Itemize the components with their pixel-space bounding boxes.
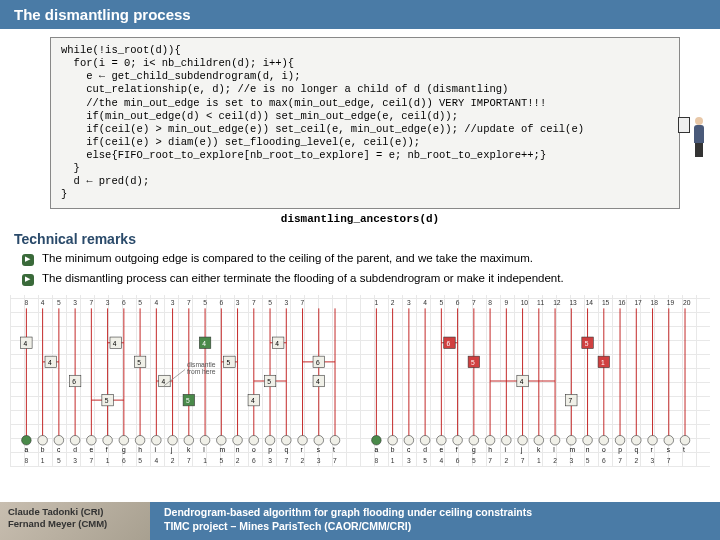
svg-text:14: 14 [586,298,594,305]
svg-point-96 [184,435,194,445]
svg-text:s: s [317,445,321,452]
svg-text:h: h [488,445,492,452]
svg-point-230 [680,435,690,445]
svg-point-200 [437,435,447,445]
svg-text:4: 4 [24,339,28,346]
svg-text:m: m [219,445,225,452]
svg-text:2: 2 [301,457,305,464]
svg-text:p: p [268,445,272,453]
svg-text:3: 3 [268,457,272,464]
svg-text:r: r [301,445,304,452]
svg-text:6: 6 [72,377,76,384]
svg-text:b: b [391,445,395,452]
svg-text:2: 2 [391,298,395,305]
svg-text:6: 6 [122,457,126,464]
svg-text:19: 19 [667,298,675,305]
svg-text:c: c [57,445,61,452]
svg-point-86 [103,435,113,445]
svg-text:6: 6 [219,298,223,305]
svg-text:4: 4 [316,377,320,384]
svg-point-114 [330,435,340,445]
footer-title-1: Dendrogram-based algorithm for graph flo… [164,506,706,520]
svg-text:7: 7 [187,457,191,464]
svg-text:13: 13 [569,298,577,305]
svg-text:4: 4 [275,339,279,346]
svg-point-84 [87,435,97,445]
function-label: dismantling_ancestors(d) [0,213,720,225]
svg-text:5: 5 [219,457,223,464]
svg-point-102 [233,435,243,445]
svg-point-110 [298,435,308,445]
svg-text:3: 3 [651,457,655,464]
svg-point-208 [502,435,512,445]
svg-text:l: l [553,445,555,452]
svg-text:f: f [106,445,108,452]
svg-text:from here: from here [187,368,216,375]
svg-text:8: 8 [488,298,492,305]
svg-text:b: b [41,445,45,452]
svg-point-216 [567,435,577,445]
svg-point-194 [388,435,398,445]
left-dendrogram: 845373654375637537 446545454554464 abcde… [10,295,360,467]
svg-text:1: 1 [203,457,207,464]
svg-point-100 [217,435,227,445]
svg-text:5: 5 [138,298,142,305]
footer-authors: Claude Tadonki (CRI) Fernand Meyer (CMM) [0,502,150,540]
svg-point-112 [314,435,324,445]
svg-text:5: 5 [57,298,61,305]
svg-point-202 [453,435,463,445]
svg-text:6: 6 [316,358,320,365]
footer: Claude Tadonki (CRI) Fernand Meyer (CMM)… [0,502,720,540]
svg-point-76 [22,435,32,445]
svg-text:3: 3 [171,298,175,305]
bullet-item: The dismantling process can either termi… [0,269,720,289]
svg-point-90 [135,435,145,445]
svg-text:3: 3 [73,457,77,464]
svg-text:f: f [456,445,458,452]
svg-text:5: 5 [439,298,443,305]
svg-text:o: o [602,445,606,452]
svg-point-226 [648,435,658,445]
svg-text:k: k [187,445,191,452]
svg-text:5: 5 [267,377,271,384]
diagram-area: 845373654375637537 446545454554464 abcde… [0,289,720,469]
svg-point-206 [485,435,495,445]
svg-text:4: 4 [48,358,52,365]
svg-text:a: a [374,445,378,452]
svg-text:5: 5 [227,358,231,365]
svg-text:d: d [73,445,77,452]
svg-text:7: 7 [488,457,492,464]
svg-point-104 [249,435,259,445]
author-1: Claude Tadonki (CRI) [8,506,142,518]
svg-text:16: 16 [618,298,626,305]
svg-text:5: 5 [472,457,476,464]
svg-text:5: 5 [268,298,272,305]
svg-text:7: 7 [568,396,572,403]
svg-point-212 [534,435,544,445]
svg-text:1: 1 [374,298,378,305]
svg-point-78 [38,435,48,445]
svg-text:n: n [586,445,590,452]
svg-text:c: c [407,445,411,452]
svg-text:3: 3 [569,457,573,464]
svg-text:7: 7 [521,457,525,464]
svg-point-224 [632,435,642,445]
svg-text:4: 4 [113,339,117,346]
svg-text:6: 6 [252,457,256,464]
svg-text:l: l [203,445,205,452]
svg-text:4: 4 [202,339,206,346]
svg-text:g: g [472,445,476,453]
svg-point-210 [518,435,528,445]
svg-text:2: 2 [504,457,508,464]
bullet-icon [22,254,34,266]
svg-text:20: 20 [683,298,691,305]
svg-text:k: k [537,445,541,452]
section-heading: Technical remarks [0,229,720,249]
svg-point-192 [372,435,382,445]
svg-text:3: 3 [236,298,240,305]
svg-text:2: 2 [171,457,175,464]
svg-text:7: 7 [187,298,191,305]
svg-text:5: 5 [471,358,475,365]
svg-point-220 [599,435,609,445]
svg-text:5: 5 [57,457,61,464]
